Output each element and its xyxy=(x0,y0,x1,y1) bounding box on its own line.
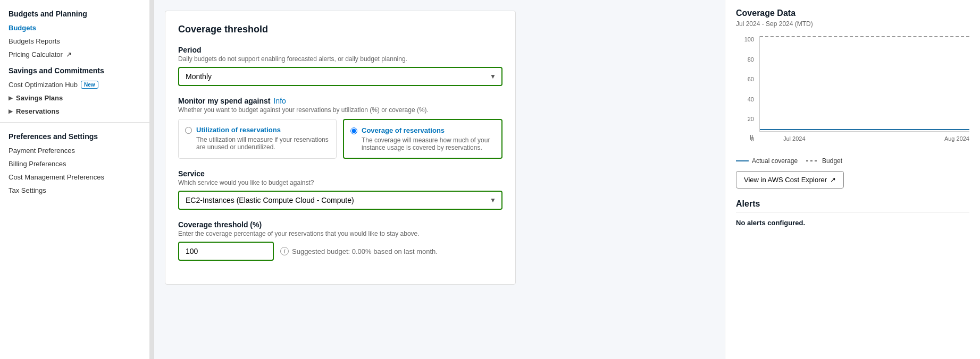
sidebar-item-cost-management-preferences[interactable]: Cost Management Preferences xyxy=(0,170,154,184)
center-panel: Coverage threshold Period Daily budgets … xyxy=(154,0,725,359)
right-panel-subtitle: Jul 2024 - Sep 2024 (MTD) xyxy=(736,20,969,28)
radio-options: Utilization of reservations The utilizat… xyxy=(178,119,502,159)
radio-option-utilization[interactable]: Utilization of reservations The utilizat… xyxy=(178,119,337,159)
threshold-input-wrapper xyxy=(178,242,274,261)
legend-budget-label: Budget xyxy=(822,157,842,165)
period-section: Period Daily budgets do not support enab… xyxy=(178,46,502,86)
right-panel-title: Coverage Data xyxy=(736,8,969,18)
period-hint: Daily budgets do not support enabling fo… xyxy=(178,55,502,63)
external-link-icon: ↗ xyxy=(830,176,836,184)
view-button-label: View in AWS Cost Explorer xyxy=(744,176,827,184)
cost-optimization-hub-label: Cost Optimization Hub xyxy=(9,81,78,89)
service-hint: Which service would you like to budget a… xyxy=(178,179,502,186)
period-label: Period xyxy=(178,46,502,54)
y-label-20: 20 xyxy=(736,116,754,122)
monitor-hint: Whether you want to budget against your … xyxy=(178,106,502,114)
alerts-divider xyxy=(736,212,969,212)
radio-utilization[interactable] xyxy=(185,127,192,134)
collapse-arrow-savings-plans: ▶ xyxy=(9,95,13,101)
external-link-icon: ↗ xyxy=(66,50,72,58)
monitor-info-link[interactable]: Info xyxy=(273,97,286,105)
x-label-aug: Aug 2024 xyxy=(944,135,969,142)
radio-coverage[interactable] xyxy=(350,127,357,134)
sidebar-scrollbar[interactable] xyxy=(149,0,154,359)
right-panel: Coverage Data Jul 2024 - Sep 2024 (MTD) … xyxy=(725,0,980,359)
savings-plans-label: Savings Plans xyxy=(16,94,63,102)
sidebar-item-cost-optimization-hub[interactable]: Cost Optimization Hub New xyxy=(0,78,154,91)
pricing-calculator-label: Pricing Calculator xyxy=(9,50,63,58)
suggested-text: i Suggested budget: 0.00% based on last … xyxy=(280,247,438,255)
suggested-label: Suggested budget: 0.00% based on last mo… xyxy=(292,247,438,255)
suggested-info-icon: i xyxy=(280,247,289,255)
alerts-title: Alerts xyxy=(736,199,969,209)
period-select-wrapper: Monthly Daily Quarterly Annually ▼ xyxy=(178,67,502,86)
legend-budget: Budget xyxy=(806,157,842,165)
sidebar-item-budgets[interactable]: Budgets xyxy=(0,21,154,35)
sidebar-item-pricing-calculator[interactable]: Pricing Calculator ↗ xyxy=(0,48,154,61)
sidebar-section-budgets-planning: Budgets and Planning xyxy=(0,4,154,21)
y-label-60: 60 xyxy=(736,76,754,82)
chart-dashed-line xyxy=(760,36,969,37)
monitor-section: Monitor my spend against Info Whether yo… xyxy=(178,97,502,159)
radio-coverage-desc: The coverage will measure how much of yo… xyxy=(362,136,495,151)
sidebar-item-budgets-reports[interactable]: Budgets Reports xyxy=(0,35,154,48)
service-select-wrapper: EC2-Instances (Elastic Compute Cloud - C… xyxy=(178,191,502,210)
collapse-arrow-reservations: ▶ xyxy=(9,108,13,114)
chart-x-labels: Jul 2024 Aug 2024 xyxy=(783,135,969,142)
sidebar-section-preferences: Preferences and Settings xyxy=(0,127,154,144)
threshold-label: Coverage threshold (%) xyxy=(178,220,502,229)
reservations-label: Reservations xyxy=(16,107,60,115)
chart-pause-icon: II xyxy=(750,134,753,141)
x-label-jul: Jul 2024 xyxy=(783,135,806,142)
no-alerts-text: No alerts configured. xyxy=(736,219,969,227)
monitor-header: Monitor my spend against Info xyxy=(178,97,502,105)
service-select[interactable]: EC2-Instances (Elastic Compute Cloud - C… xyxy=(179,192,501,209)
alerts-section: Alerts No alerts configured. xyxy=(736,199,969,227)
radio-utilization-title: Utilization of reservations xyxy=(196,126,330,134)
sidebar-item-savings-plans[interactable]: ▶ Savings Plans xyxy=(0,91,154,105)
y-label-100: 100 xyxy=(736,36,754,42)
radio-option-coverage[interactable]: Coverage of reservations The coverage wi… xyxy=(343,119,502,159)
sidebar-divider xyxy=(0,122,154,123)
threshold-section: Coverage threshold (%) Enter the coverag… xyxy=(178,220,502,261)
y-label-40: 40 xyxy=(736,96,754,102)
view-cost-explorer-button[interactable]: View in AWS Cost Explorer ↗ xyxy=(736,171,844,189)
new-badge: New xyxy=(81,81,98,89)
chart-legend: Actual coverage Budget xyxy=(736,157,969,165)
sidebar-section-savings-commitments: Savings and Commitments xyxy=(0,61,154,78)
legend-actual-label: Actual coverage xyxy=(752,157,798,165)
main-area: Coverage threshold Period Daily budgets … xyxy=(154,0,980,359)
legend-budget-line xyxy=(806,160,819,161)
monitor-label: Monitor my spend against xyxy=(178,97,270,105)
coverage-chart: 100 80 60 40 20 0 Jul 2024 Aug 2024 II xyxy=(736,36,969,142)
threshold-input[interactable] xyxy=(179,243,273,260)
radio-coverage-title: Coverage of reservations xyxy=(362,126,495,134)
sidebar-item-reservations[interactable]: ▶ Reservations xyxy=(0,105,154,118)
chart-y-axis: 100 80 60 40 20 0 xyxy=(736,36,757,142)
chart-actual-coverage-line xyxy=(760,129,969,130)
service-label: Service xyxy=(178,169,502,178)
legend-actual-coverage: Actual coverage xyxy=(736,157,798,165)
service-section: Service Which service would you like to … xyxy=(178,169,502,210)
legend-actual-line xyxy=(736,160,749,161)
chart-inner: Jul 2024 Aug 2024 xyxy=(759,36,969,132)
sidebar-item-billing-preferences[interactable]: Billing Preferences xyxy=(0,157,154,170)
period-select[interactable]: Monthly Daily Quarterly Annually xyxy=(179,68,501,85)
sidebar-item-payment-preferences[interactable]: Payment Preferences xyxy=(0,144,154,157)
coverage-threshold-card: Coverage threshold Period Daily budgets … xyxy=(165,11,516,285)
sidebar-item-tax-settings[interactable]: Tax Settings xyxy=(0,184,154,197)
threshold-hint: Enter the coverage percentage of your re… xyxy=(178,230,502,237)
card-title: Coverage threshold xyxy=(178,24,502,35)
sidebar: Budgets and Planning Budgets Budgets Rep… xyxy=(0,0,154,359)
y-label-80: 80 xyxy=(736,56,754,63)
radio-utilization-desc: The utilization will measure if your res… xyxy=(196,136,330,151)
